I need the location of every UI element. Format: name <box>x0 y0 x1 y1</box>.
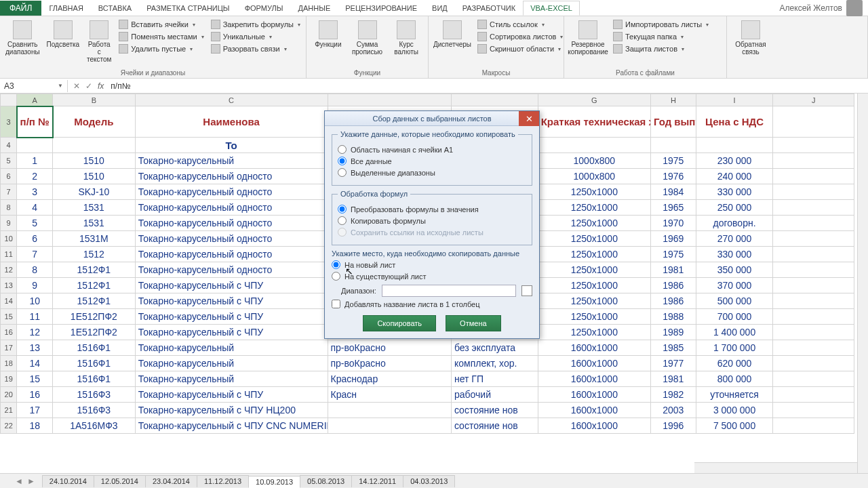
dialog-titlebar[interactable]: Сбор данных с выбранных листов ✕ <box>325 111 539 126</box>
col-header[interactable]: H <box>650 94 696 106</box>
cell[interactable] <box>773 216 854 231</box>
cell[interactable] <box>328 403 451 418</box>
cell[interactable]: 1981 <box>650 262 696 278</box>
col-header[interactable] <box>451 94 538 106</box>
checkbox-add-sheetname[interactable]: Добавлять название листа в 1 столбец <box>332 300 532 308</box>
cell[interactable]: 620 000 <box>696 356 773 371</box>
cell[interactable]: 1975 <box>650 247 696 262</box>
cell[interactable] <box>773 356 854 371</box>
cell[interactable]: 1516Ф3 <box>53 387 136 403</box>
cell[interactable]: Токарно-карусельный <box>135 153 328 169</box>
cell[interactable]: 1250x1000 <box>538 293 650 309</box>
cell[interactable]: 2003 <box>650 403 696 418</box>
cell[interactable]: Токарно-карусельный односто <box>135 184 328 200</box>
ribbon-button[interactable]: Уникальные▾ <box>210 31 302 42</box>
cell[interactable]: Красн <box>328 387 451 403</box>
cell[interactable]: 1986 <box>650 278 696 293</box>
cell[interactable]: 1977 <box>650 356 696 371</box>
cell[interactable]: 250 000 <box>696 200 773 216</box>
cell[interactable]: п/п № <box>17 106 53 138</box>
cell[interactable]: 12 <box>17 325 53 340</box>
cell[interactable] <box>773 293 854 309</box>
sheet-tab[interactable]: 10.09.2013 <box>248 476 300 488</box>
horizontal-scrollbar[interactable] <box>694 462 857 473</box>
formula-input[interactable]: п/п№ <box>109 80 863 92</box>
ribbon-button[interactable]: Скриншот области▾ <box>476 43 564 54</box>
cell[interactable]: 1000x800 <box>538 153 650 169</box>
row-header[interactable]: 11 <box>1 247 17 262</box>
cell[interactable]: 1510 <box>53 153 136 169</box>
cell[interactable]: 700 000 <box>696 309 773 325</box>
cell[interactable]: Токарно-карусельный с ЧПУ <box>135 309 328 325</box>
file-tab[interactable]: ФАЙЛ <box>0 1 41 16</box>
cell[interactable] <box>773 387 854 403</box>
cell[interactable]: 1600x1000 <box>538 356 650 371</box>
cell[interactable]: 1516Ф1 <box>53 340 136 356</box>
cell[interactable]: 800 000 <box>696 371 773 387</box>
cell[interactable]: 1А516МФ3 <box>53 418 136 434</box>
sheet-tab[interactable]: 04.03.2013 <box>403 475 455 487</box>
radio-selected-ranges[interactable]: Выделенные диапазоны <box>338 168 526 177</box>
cell[interactable]: 270 000 <box>696 231 773 247</box>
row-header[interactable]: 12 <box>1 262 17 278</box>
cell[interactable]: 8 <box>17 262 53 278</box>
ribbon-button[interactable]: Импортировать листы▾ <box>612 19 710 30</box>
cell[interactable]: 1512Ф1 <box>53 293 136 309</box>
cell[interactable]: 10 <box>17 293 53 309</box>
cell[interactable]: 1Е512ПФ2 <box>53 309 136 325</box>
cell[interactable]: рабочий <box>451 387 538 403</box>
cell[interactable]: 1250x1000 <box>538 262 650 278</box>
sheet-tab[interactable]: 24.10.2014 <box>42 475 94 487</box>
menu-tab[interactable]: РЕЦЕНЗИРОВАНИЕ <box>338 1 425 16</box>
ribbon-button[interactable]: Обратнаясвязь <box>731 19 770 57</box>
cell[interactable]: Токарно-карусельный односто <box>135 231 328 247</box>
cell[interactable]: 1982 <box>650 387 696 403</box>
cell[interactable]: 500 000 <box>696 293 773 309</box>
cell[interactable]: 1985 <box>650 340 696 356</box>
cell[interactable]: Краснодар <box>328 371 451 387</box>
col-header[interactable] <box>328 94 451 106</box>
cell[interactable]: 17 <box>17 403 53 418</box>
col-header[interactable]: C <box>135 94 328 106</box>
ribbon-button[interactable]: Работа стекстом <box>85 19 113 64</box>
cell[interactable]: Токарно-карусельный <box>135 340 328 356</box>
ribbon-button[interactable]: Защита листов▾ <box>612 43 710 54</box>
cell[interactable]: 5 <box>17 216 53 231</box>
cell[interactable]: 4 <box>17 200 53 216</box>
cell[interactable]: 1250x1000 <box>538 309 650 325</box>
cell[interactable]: 13 <box>17 340 53 356</box>
range-picker-button[interactable] <box>521 285 532 296</box>
cell[interactable] <box>773 200 854 216</box>
cell[interactable] <box>773 403 854 418</box>
cell[interactable]: состояние нов <box>451 418 538 434</box>
cell[interactable]: 1Е512ПФ2 <box>53 325 136 340</box>
cell[interactable]: без эксплуата <box>451 340 538 356</box>
row-header[interactable]: 17 <box>1 340 17 356</box>
cell[interactable]: 1516Ф1 <box>53 371 136 387</box>
row-header[interactable]: 22 <box>1 418 17 434</box>
ribbon-button[interactable]: Текущая папка▾ <box>612 31 710 42</box>
cell[interactable] <box>773 184 854 200</box>
sheet-tab[interactable]: 11.12.2013 <box>197 475 249 487</box>
row-header[interactable]: 15 <box>1 309 17 325</box>
cell[interactable]: 1531 <box>53 216 136 231</box>
cell[interactable]: 1965 <box>650 200 696 216</box>
cell[interactable]: уточняется <box>696 387 773 403</box>
ribbon-button[interactable]: Сравнитьдиапазоны <box>4 19 41 57</box>
cell[interactable]: Токарно-карусельный <box>135 356 328 371</box>
vertical-scrollbar[interactable] <box>857 94 868 473</box>
cell[interactable]: 240 000 <box>696 169 773 184</box>
cell[interactable]: 1976 <box>650 169 696 184</box>
ribbon-button[interactable]: Суммапрописью <box>350 19 385 57</box>
sheet-tab[interactable]: 12.05.2014 <box>94 475 146 487</box>
cell[interactable]: 1975 <box>650 153 696 169</box>
cell[interactable]: 1984 <box>650 184 696 200</box>
cell[interactable]: 1250x1000 <box>538 278 650 293</box>
row-header[interactable]: 4 <box>1 138 17 153</box>
cell[interactable]: SKJ-10 <box>53 184 136 200</box>
cell[interactable]: договорн. <box>696 216 773 231</box>
cell[interactable]: состояние нов <box>451 403 538 418</box>
cell[interactable]: нет ГП <box>451 371 538 387</box>
cell[interactable] <box>773 169 854 184</box>
cell[interactable]: 14 <box>17 356 53 371</box>
